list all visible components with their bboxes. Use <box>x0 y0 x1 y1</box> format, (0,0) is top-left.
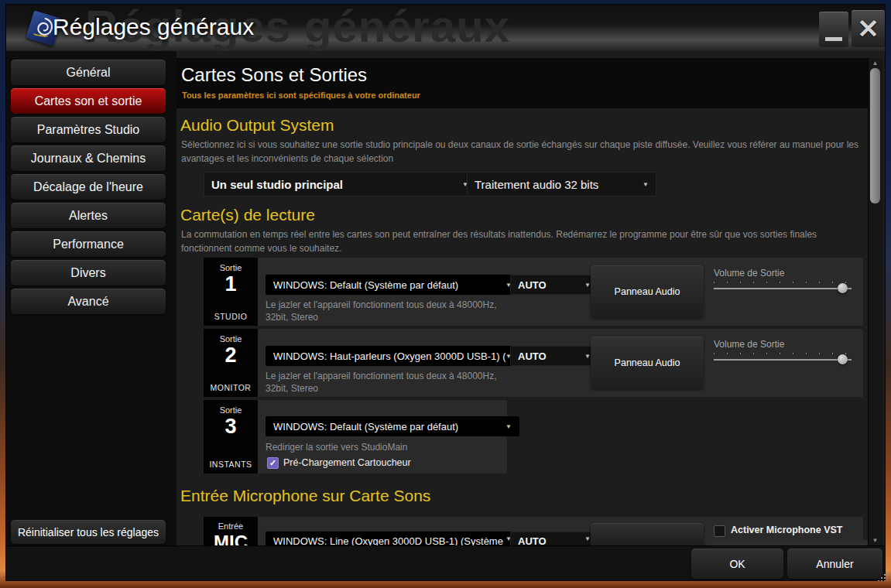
output-1-volume-ticks <box>714 282 847 283</box>
minimize-button[interactable] <box>819 12 848 47</box>
sidebar-item-cartes-son[interactable]: Cartes son et sortie <box>11 88 166 114</box>
output-2-volume-ticks <box>714 353 847 354</box>
playback-cards-description: La commutation en temps réel entre les c… <box>181 227 869 255</box>
playback-cards-heading: Carte(s) de lecture <box>180 206 315 224</box>
sidebar-item-avance[interactable]: Avancé <box>11 289 166 314</box>
minimize-icon <box>825 37 842 41</box>
output-1-volume-label: Volume de Sortie <box>714 268 784 279</box>
window-title: Réglages généraux <box>53 14 254 40</box>
audio-output-description: Sélectionnez ici si vous souhaitez une s… <box>181 138 874 166</box>
audio-output-heading: Audio Output System <box>180 116 334 135</box>
scrollbar-down-icon[interactable]: ▼ <box>868 535 882 546</box>
chevron-down-icon: ▼ <box>584 535 591 542</box>
output-1-volume-slider[interactable] <box>714 288 852 289</box>
mic-audio-panel-button[interactable] <box>591 523 704 546</box>
page-subtitle: Tous les paramètres ici sont spécifiques… <box>182 91 420 100</box>
output-2-device-dropdown[interactable]: WINDOWS: Haut-parleurs (Oxygen 3000D USB… <box>266 346 519 366</box>
output-2-audio-panel-button[interactable]: Panneau Audio <box>591 337 704 389</box>
mic-vst-checkbox[interactable] <box>714 525 725 537</box>
desktop: Réglages généraux Réglages généraux ✕ Gé… <box>0 0 891 588</box>
title-bar[interactable]: Réglages généraux Réglages généraux ✕ <box>6 5 885 52</box>
mic-label-box: Entrée MIC <box>204 517 258 546</box>
preload-cartwall-label[interactable]: Pré-Chargement Cartoucheur <box>283 457 411 468</box>
studio-mode-dropdown[interactable]: Un seul studio principal ▼ <box>204 172 476 197</box>
output-2-volume-thumb[interactable] <box>838 354 848 364</box>
output-2-mode-dropdown[interactable]: AUTO ▼ <box>510 346 598 366</box>
sidebar-item-alertes[interactable]: Alertes <box>11 203 166 228</box>
check-icon: ✓ <box>269 458 276 467</box>
chevron-down-icon: ▼ <box>505 423 512 430</box>
output-1-mode-dropdown[interactable]: AUTO ▼ <box>510 275 598 295</box>
reset-all-settings-button[interactable]: Réinitialiser tous les réglages <box>11 520 166 544</box>
output-2-volume-slider[interactable] <box>714 359 852 361</box>
output-1-device-dropdown[interactable]: WINDOWS: Default (Système par défaut) ▼ <box>266 275 519 295</box>
output-3-label-box: Sortie 3 INSTANTS <box>204 400 258 473</box>
output-3-device-dropdown[interactable]: WINDOWS: Default (Système par défaut) ▼ <box>266 416 519 436</box>
sidebar-item-journaux-chemins[interactable]: Journaux & Chemins <box>11 145 166 171</box>
output-2-status: Le jazler et l'appareil fonctionnent tou… <box>266 370 497 395</box>
mic-vst-label[interactable]: Activer Microphone VST <box>731 525 842 535</box>
sidebar-item-decalage-heure[interactable]: Décalage de l'heure <box>11 174 166 200</box>
output-3-status: Rediriger la sortie vers StudioMain <box>266 441 407 453</box>
output-1-label-box: Sortie 1 STUDIO <box>204 258 258 326</box>
sidebar-item-parametres-studio[interactable]: Paramètres Studio <box>11 117 166 142</box>
output-1-volume-thumb[interactable] <box>838 283 848 293</box>
output-1-audio-panel-button[interactable]: Panneau Audio <box>591 265 704 318</box>
sidebar-item-general[interactable]: Général <box>11 60 166 85</box>
ok-button[interactable]: OK <box>691 549 783 579</box>
chevron-down-icon: ▼ <box>643 181 649 188</box>
audio-processing-dropdown[interactable]: Traitement audio 32 bits ▼ <box>467 172 656 197</box>
output-2-volume-label: Volume de Sortie <box>714 339 784 350</box>
close-icon: ✕ <box>857 15 879 42</box>
output-1-status: Le jazler et l'appareil fonctionnent tou… <box>266 299 497 323</box>
page-title: Cartes Sons et Sorties <box>181 64 367 86</box>
close-button[interactable]: ✕ <box>852 10 885 47</box>
sidebar-item-divers[interactable]: Divers <box>11 260 166 285</box>
scrollbar-up-icon[interactable]: ▲ <box>868 58 882 69</box>
mic-section-heading: Entrée Microphone sur Carte Sons <box>180 487 430 505</box>
chevron-down-icon: ▼ <box>584 282 591 289</box>
content-scrollbar[interactable]: ▲ ▼ <box>868 58 882 546</box>
preload-cartwall-checkbox[interactable]: ✓ <box>267 457 279 469</box>
vst-plugin-dropdown-partial[interactable] <box>712 540 869 546</box>
chevron-down-icon: ▼ <box>584 353 591 360</box>
sidebar-item-performance[interactable]: Performance <box>11 231 166 257</box>
output-2-label-box: Sortie 2 MONITOR <box>204 329 258 397</box>
scrollbar-thumb[interactable] <box>870 68 880 203</box>
cancel-button[interactable]: Annuler <box>787 549 882 579</box>
page-header: Cartes Sons et Sorties Tous les paramètr… <box>176 58 868 108</box>
